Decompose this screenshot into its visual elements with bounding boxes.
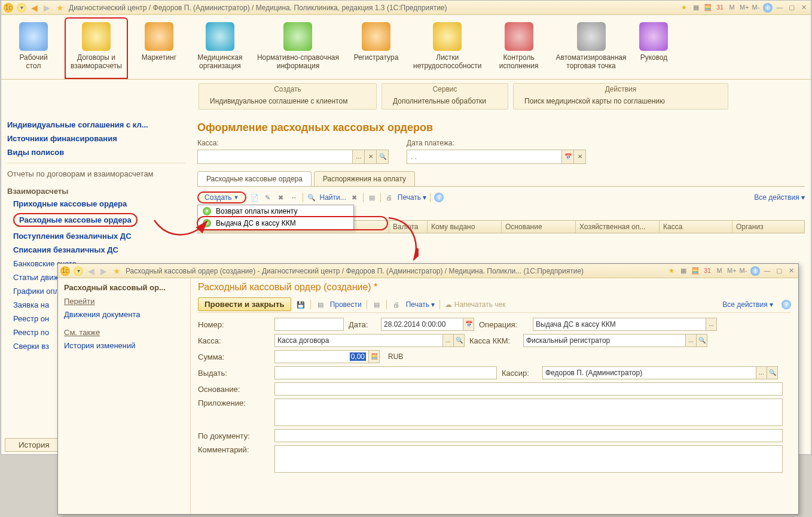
sidebar-link-policies[interactable]: Виды полисов <box>7 145 185 159</box>
mem-mminus[interactable]: M- <box>738 266 748 276</box>
calc-icon[interactable]: 🧮 <box>691 266 700 276</box>
toolbar-director[interactable]: Руковод <box>633 17 674 79</box>
sidebar-item-incoming-cashless[interactable]: Поступления безналичных ДС <box>13 229 185 243</box>
sidebar-item-expense[interactable]: Расходные кассовые ордера <box>13 211 185 229</box>
toolbar-marketing[interactable]: Маркетинг <box>129 17 189 79</box>
print-link[interactable]: Печать ▾ <box>398 193 427 202</box>
child-all-actions[interactable]: Все действия ▾ <box>722 300 773 309</box>
tab-payment-orders[interactable]: Распоряжения на оплату <box>314 171 415 186</box>
fld-date[interactable]: 28.02.2014 0:00:00📅 <box>381 318 474 331</box>
kassa-lookup-icon[interactable]: ... <box>442 334 453 346</box>
dropdown-item-refund[interactable]: +Возврат оплаты клиенту <box>198 205 353 217</box>
help-icon[interactable]: ? <box>434 193 444 202</box>
minimize-icon[interactable]: — <box>762 266 772 276</box>
toolbar-nsi[interactable]: Нормативно-справочнаяинформация <box>251 17 345 79</box>
create-button[interactable]: Создать▼ <box>197 191 246 203</box>
toolbar-control[interactable]: Контрольисполнения <box>489 17 549 79</box>
toolbar-pos[interactable]: Автоматизированнаяторговая точка <box>550 17 633 79</box>
refresh-icon[interactable]: ↔ <box>289 193 299 202</box>
child-link-movements[interactable]: Движения документа <box>64 308 184 321</box>
save-icon[interactable]: 💾 <box>296 300 306 309</box>
post-icon[interactable]: ▤ <box>316 300 325 309</box>
maximize-icon[interactable]: ▢ <box>787 3 796 13</box>
fld-pril[interactable] <box>274 399 783 426</box>
menu-icon[interactable]: ▾ <box>74 266 83 276</box>
sum-calc-icon[interactable]: 🧮 <box>368 351 379 363</box>
fld-vydat[interactable] <box>274 366 497 379</box>
fld-kassakkm[interactable]: Фискальный регистратор...🔍 <box>523 334 707 347</box>
toolbar-contracts[interactable]: Договоры ивзаиморасчеты <box>65 17 128 79</box>
fld-operation[interactable]: Выдача ДС в кассу ККМ... <box>533 318 717 331</box>
history-button[interactable]: История <box>5 438 63 452</box>
sidebar-link-agreements[interactable]: Индивидуальные соглашения с кл... <box>7 118 185 132</box>
gh-col-kassa[interactable]: Касса <box>660 221 732 233</box>
mem-m[interactable]: M <box>715 266 724 276</box>
info-icon[interactable]: i <box>750 266 760 276</box>
fld-sum[interactable]: 0,00🧮 <box>274 350 380 363</box>
calc-icon[interactable]: 🧮 <box>703 3 713 13</box>
gh-col-basis[interactable]: Основание <box>502 221 576 233</box>
fld-kassa[interactable]: Касса договора...🔍 <box>274 334 465 347</box>
star-icon[interactable]: ★ <box>55 3 65 13</box>
midbox-actions[interactable]: ДействияПоиск медицинской карты по согла… <box>513 83 728 110</box>
sidebar-reports[interactable]: Отчеты по договорам и взаиморасчетам <box>7 167 185 181</box>
kassa-lookup-icon[interactable]: ... <box>352 150 364 163</box>
gh-col-op[interactable]: Хозяйственная оп... <box>576 221 660 233</box>
child-print-link[interactable]: Печать ▾ <box>406 300 435 309</box>
tb-icon-a[interactable]: ▦ <box>691 3 701 13</box>
copy-icon[interactable]: 📄 <box>250 193 260 202</box>
date-cal-icon[interactable]: 📅 <box>561 150 573 163</box>
info-icon[interactable]: i <box>763 3 773 13</box>
midbox-service[interactable]: СервисДополнительные обработки <box>381 83 508 110</box>
sidebar-item-outgoing-cashless[interactable]: Списания безналичных ДС <box>13 243 185 257</box>
child-link-history[interactable]: История изменений <box>64 339 184 352</box>
list-icon[interactable]: ▤ <box>367 193 377 202</box>
kassir-search-icon[interactable]: 🔍 <box>767 367 777 379</box>
gh-col-org[interactable]: Организ <box>732 221 768 233</box>
kassa-search-icon[interactable]: 🔍 <box>376 150 388 163</box>
print-icon[interactable]: 🖨 <box>392 300 401 309</box>
dropdown-item-tokassa[interactable]: +Выдача ДС в кассу ККМ <box>198 217 353 229</box>
find-link[interactable]: Найти... <box>320 193 346 202</box>
calendar-icon[interactable]: 31 <box>715 3 725 13</box>
fld-comment[interactable] <box>274 445 783 473</box>
fld-podoc[interactable] <box>274 429 783 442</box>
filter-date-input[interactable]: . . 📅 ✕ <box>407 150 586 164</box>
close-icon[interactable]: ✕ <box>786 266 796 276</box>
fld-osn[interactable] <box>274 382 783 396</box>
print-icon[interactable]: 🖨 <box>384 193 394 202</box>
filter-kassa-input[interactable]: ... ✕ 🔍 <box>197 150 389 164</box>
nav-fwd-icon[interactable]: ▶ <box>99 266 108 276</box>
toolbar-medorg[interactable]: Медицинскаяорганизация <box>190 17 250 79</box>
post-link[interactable]: Провести <box>330 300 362 309</box>
maximize-icon[interactable]: ▢ <box>774 266 784 276</box>
op-lookup-icon[interactable]: ... <box>706 318 716 330</box>
close-icon[interactable]: ✕ <box>799 3 808 13</box>
child-help-icon[interactable]: ? <box>782 300 791 309</box>
clear-search-icon[interactable]: ✖ <box>350 193 359 202</box>
nav-back-icon[interactable]: ◀ <box>87 266 96 276</box>
mem-m[interactable]: M <box>727 3 737 13</box>
star-icon[interactable]: ★ <box>112 266 122 276</box>
toolbar-sickleave[interactable]: Листкинетрудоспособности <box>407 17 488 79</box>
toolbar-registry[interactable]: Регистратура <box>346 17 406 79</box>
delete-icon[interactable]: ✖ <box>276 193 286 202</box>
sidebar-link-finsources[interactable]: Источники финансирования <box>7 132 185 145</box>
sidebar-item-income[interactable]: Приходные кассовые ордера <box>13 197 185 211</box>
search-icon[interactable]: 🔍 <box>307 193 316 202</box>
edit-icon[interactable]: ✎ <box>263 193 273 202</box>
fav-icon[interactable]: ★ <box>679 3 689 13</box>
post-and-close-button[interactable]: Провести и закрыть <box>198 297 291 311</box>
kassir-lookup-icon[interactable]: ... <box>756 367 767 379</box>
date-clear-icon[interactable]: ✕ <box>573 150 585 163</box>
mem-mminus[interactable]: M- <box>751 3 761 13</box>
toolbar-desktop[interactable]: Рабочийстол <box>4 17 63 79</box>
gh-col-currency[interactable]: Валюта <box>389 221 428 233</box>
kkm-lookup-icon[interactable]: ... <box>685 334 696 346</box>
nav-back-icon[interactable]: ◀ <box>30 3 39 13</box>
mem-mplus[interactable]: M+ <box>739 3 749 13</box>
list-icon-b[interactable]: ▤ <box>372 300 381 309</box>
kkm-search-icon[interactable]: 🔍 <box>696 334 707 346</box>
tb-icon-a[interactable]: ▦ <box>679 266 688 276</box>
midbox-create[interactable]: СоздатьИндивидуальное соглашение с клиен… <box>199 83 377 110</box>
